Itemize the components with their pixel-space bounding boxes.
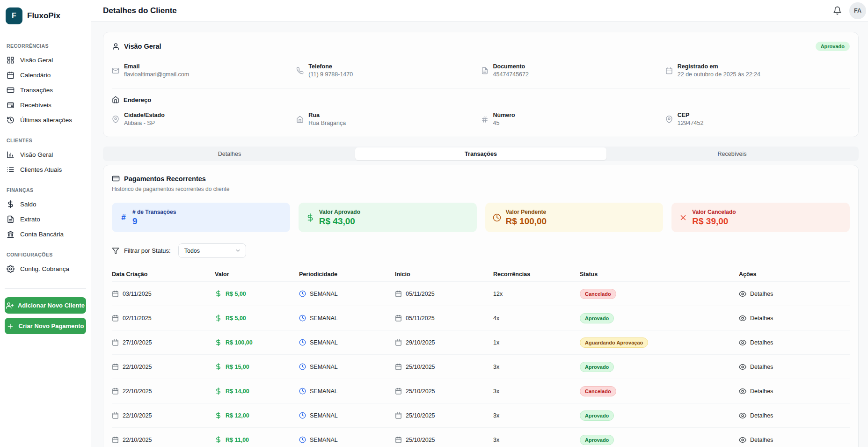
details-button[interactable]: Detalhes	[739, 315, 773, 322]
eye-icon	[739, 412, 746, 419]
mail-icon	[112, 67, 119, 74]
details-button[interactable]: Detalhes	[739, 363, 773, 371]
sidebar-item-recebiveis[interactable]: Recebíveis	[5, 97, 86, 112]
calendar-icon	[665, 67, 673, 74]
tab-recebiveis[interactable]: Recebíveis	[606, 147, 858, 160]
sidebar-item-calendario[interactable]: Calendário	[5, 67, 86, 82]
cell-data-criacao: 03/11/2025	[112, 290, 215, 297]
calendar-icon	[112, 363, 119, 370]
sidebar-item-transacoes[interactable]: Transações	[5, 82, 86, 97]
stats-row: # # de Transações 9 Valor Aprovado R$ 43…	[112, 203, 850, 232]
field-telefone: Telefone (11) 9 9788-1470	[296, 63, 481, 78]
status-filter-select[interactable]: Todos	[178, 243, 246, 258]
sidebar-item-label: Calendário	[20, 72, 51, 79]
status-badge: Aprovado	[580, 313, 614, 323]
sidebar: F FluxoPix RECORRÊNCIAS Visão Geral Cale…	[0, 0, 91, 447]
field-value: flavioaltimari@gmail.com	[124, 71, 189, 78]
field-rua: Rua Rua Bragança	[296, 112, 481, 126]
sidebar-item-config-cobranca[interactable]: Config. Cobrança	[5, 261, 86, 276]
status-filter-value: Todos	[184, 248, 200, 254]
cell-valor: R$ 14,00	[215, 388, 299, 395]
calendar-icon	[112, 339, 119, 346]
bank-icon	[7, 230, 15, 238]
sidebar-item-visao-geral-clientes[interactable]: Visão Geral	[5, 147, 86, 162]
field-label: Rua	[308, 112, 346, 118]
stat-label: # de Transações	[132, 209, 176, 215]
history-icon	[7, 116, 15, 124]
details-button[interactable]: Detalhes	[739, 436, 773, 444]
cell-acoes: Detalhes	[739, 363, 850, 371]
clock-icon	[299, 290, 306, 297]
bell-icon	[833, 6, 842, 15]
cell-inicio: 05/11/2025	[395, 315, 493, 322]
filter-label: Filtrar por Status:	[124, 247, 171, 254]
field-value: 45474745672	[493, 71, 529, 78]
clock-icon	[299, 388, 306, 395]
add-client-button[interactable]: Adicionar Novo Cliente	[5, 297, 86, 314]
sidebar-item-ultimas-alteracoes[interactable]: Últimas alterações	[5, 112, 86, 127]
credit-card-icon	[112, 175, 120, 183]
cell-valor: R$ 5,00	[215, 315, 299, 322]
stat-transacoes: # # de Transações 9	[112, 203, 290, 232]
table-row: 22/10/2025 R$ 14,00 SEMANAL 25/10/2025 3…	[112, 379, 850, 403]
payments-title-row: Pagamentos Recorrentes	[112, 175, 850, 183]
wallet-icon	[7, 101, 15, 109]
notifications-button[interactable]	[833, 6, 842, 15]
bar-chart-icon	[7, 151, 15, 159]
sidebar-item-label: Saldo	[20, 201, 36, 208]
eye-icon	[739, 339, 746, 346]
address-fields: Cidade/Estado Atibaia - SP Rua Rua Braga…	[112, 112, 850, 126]
sidebar-item-clientes-atuais[interactable]: Clientes Atuais	[5, 162, 86, 177]
dollar-icon	[215, 290, 222, 297]
status-badge: Aprovado	[580, 362, 614, 372]
credit-card-icon	[7, 86, 15, 94]
cell-periodicidade: SEMANAL	[299, 290, 395, 297]
create-payment-button[interactable]: Criar Novo Pagamento	[5, 318, 86, 334]
field-value: (11) 9 9788-1470	[308, 71, 353, 78]
cell-acoes: Detalhes	[739, 315, 850, 322]
overview-title: Visão Geral	[124, 43, 161, 50]
cell-periodicidade: SEMANAL	[299, 436, 395, 443]
stat-value: R$ 39,00	[692, 216, 736, 227]
sidebar-item-visao-geral-recorrencias[interactable]: Visão Geral	[5, 52, 86, 67]
grid-icon	[7, 56, 15, 64]
stat-value: 9	[132, 216, 176, 227]
details-button[interactable]: Detalhes	[739, 412, 773, 419]
payments-card: Pagamentos Recorrentes Histórico de paga…	[103, 165, 859, 447]
field-documento: Documento 45474745672	[481, 63, 665, 78]
calendar-icon	[112, 436, 119, 443]
details-button[interactable]: Detalhes	[739, 290, 773, 298]
stat-label: Valor Aprovado	[319, 209, 360, 215]
avatar[interactable]: FA	[849, 2, 866, 19]
nav-section-configuracoes: CONFIGURAÇÕES	[7, 252, 84, 257]
sidebar-item-saldo[interactable]: Saldo	[5, 197, 86, 212]
main-area: Detalhes do Cliente FA Visão Geral Aprov…	[91, 0, 868, 447]
cell-data-criacao: 22/10/2025	[112, 412, 215, 419]
calendar-icon	[395, 388, 402, 395]
cell-status: Cancelado	[580, 289, 739, 299]
tab-transacoes[interactable]: Transações	[355, 147, 606, 160]
field-label: Telefone	[308, 63, 353, 70]
status-badge: Aguardando Aprovação	[580, 337, 648, 348]
details-button[interactable]: Detalhes	[739, 339, 773, 346]
filter-row: Filtrar por Status: Todos	[112, 243, 850, 258]
overview-title-row: Visão Geral	[112, 43, 161, 51]
tab-detalhes[interactable]: Detalhes	[104, 147, 355, 160]
dollar-icon	[215, 412, 222, 419]
status-badge: Aprovado	[580, 410, 614, 421]
brand-name: FluxoPix	[27, 11, 60, 21]
calendar-icon	[395, 290, 402, 297]
hash-icon: #	[119, 213, 128, 222]
sidebar-item-conta-bancaria[interactable]: Conta Bancária	[5, 227, 86, 242]
col-status: Status	[580, 271, 739, 278]
divider	[112, 88, 850, 88]
tabs: Detalhes Transações Recebíveis	[103, 147, 859, 161]
address-title-row: Endereço	[112, 96, 850, 103]
col-inicio: Início	[395, 271, 493, 278]
cell-periodicidade: SEMANAL	[299, 315, 395, 322]
stat-valor-pendente: Valor Pendente R$ 100,00	[485, 203, 664, 232]
brand: F FluxoPix	[5, 6, 86, 24]
col-recorrencias: Recorrências	[493, 271, 580, 278]
details-button[interactable]: Detalhes	[739, 388, 773, 395]
sidebar-item-extrato[interactable]: Extrato	[5, 212, 86, 227]
